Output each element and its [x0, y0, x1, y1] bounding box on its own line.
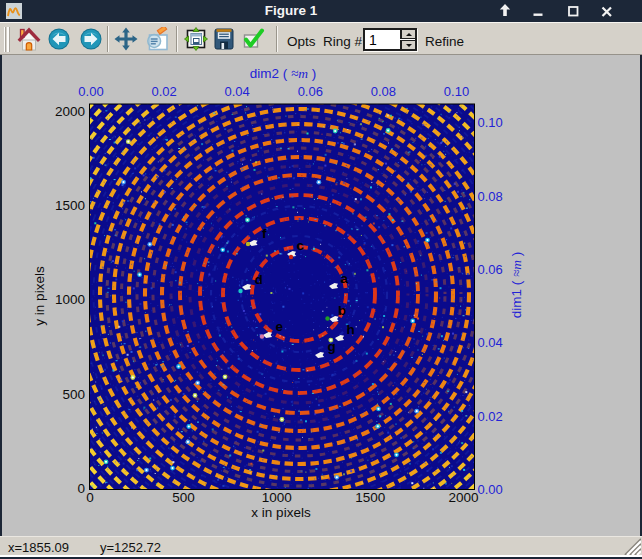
svg-text:0.04: 0.04	[225, 84, 250, 99]
svg-text:d: d	[255, 272, 263, 287]
svg-text:0.08: 0.08	[478, 189, 503, 204]
svg-text:0.02: 0.02	[151, 84, 176, 99]
svg-text:0: 0	[77, 481, 85, 496]
svg-text:1000: 1000	[262, 490, 292, 505]
svg-text:2000: 2000	[55, 104, 85, 119]
svg-text:0.06: 0.06	[298, 84, 323, 99]
svg-text:a: a	[341, 271, 349, 286]
svg-text:0: 0	[86, 490, 94, 505]
svg-text:500: 500	[172, 490, 195, 505]
svg-text:c: c	[297, 238, 305, 253]
svg-text:2000: 2000	[449, 490, 479, 505]
svg-text:0.02: 0.02	[478, 409, 503, 424]
svg-text:b: b	[338, 303, 346, 318]
svg-text:0.10: 0.10	[444, 84, 469, 99]
svg-text:1500: 1500	[355, 490, 385, 505]
svg-text:y in pixels: y in pixels	[32, 266, 47, 326]
svg-text:1500: 1500	[55, 198, 85, 213]
svg-text:500: 500	[62, 387, 85, 402]
svg-text:dim2 ( ≈m ): dim2 ( ≈m )	[250, 66, 317, 81]
svg-text:0.00: 0.00	[478, 482, 503, 497]
svg-text:0.10: 0.10	[478, 115, 503, 130]
svg-text:x in pixels: x in pixels	[251, 505, 311, 520]
svg-text:g: g	[328, 339, 336, 354]
svg-text:dim1 ( ≈m ): dim1 ( ≈m )	[509, 252, 524, 319]
svg-text:e: e	[276, 319, 284, 334]
svg-text:0.08: 0.08	[371, 84, 396, 99]
svg-text:1000: 1000	[55, 292, 85, 307]
svg-text:h: h	[347, 322, 355, 337]
svg-text:f: f	[262, 226, 267, 241]
svg-text:0.06: 0.06	[478, 262, 503, 277]
svg-text:0.04: 0.04	[478, 335, 503, 350]
svg-text:0.00: 0.00	[78, 84, 103, 99]
